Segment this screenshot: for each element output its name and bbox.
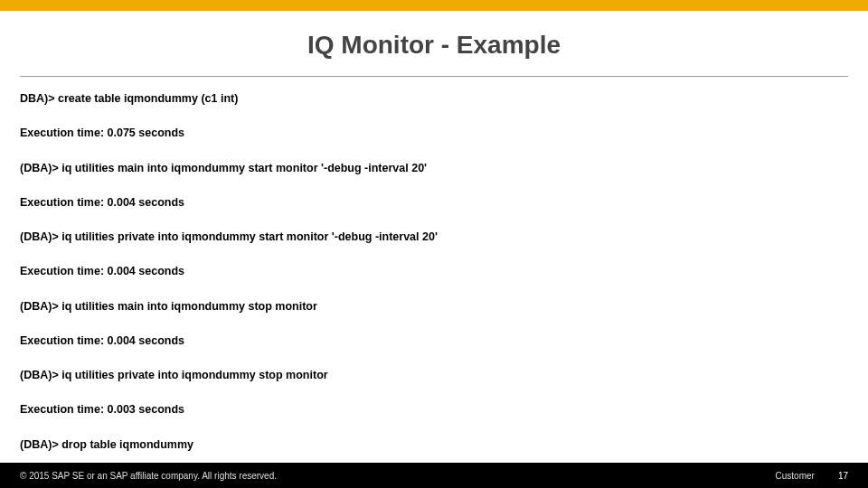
page-title: IQ Monitor - Example — [36, 31, 832, 60]
code-line: (DBA)> iq utilities private into iqmondu… — [20, 368, 848, 382]
code-line: (DBA)> drop table iqmondummy — [20, 437, 848, 452]
code-line: DBA)> create table iqmondummy (c1 int) — [20, 91, 848, 106]
page-number: 17 — [838, 471, 848, 481]
code-line: Execution time: 0.004 seconds — [20, 333, 848, 348]
footer-copyright: © 2015 SAP SE or an SAP affiliate compan… — [20, 471, 277, 481]
body-content: DBA)> create table iqmondummy (c1 int) E… — [0, 77, 868, 463]
code-line: (DBA)> iq utilities main into iqmondummy… — [20, 299, 848, 314]
footer: © 2015 SAP SE or an SAP affiliate compan… — [0, 463, 868, 488]
accent-bar — [0, 0, 868, 11]
title-area: IQ Monitor - Example — [0, 11, 868, 69]
code-line: Execution time: 0.004 seconds — [20, 195, 848, 210]
slide: IQ Monitor - Example DBA)> create table … — [0, 0, 868, 488]
footer-right: Customer 17 — [776, 471, 848, 481]
code-line: Execution time: 0.075 seconds — [20, 126, 848, 140]
code-line: Execution time: 0.003 seconds — [20, 402, 848, 417]
code-line: (DBA)> iq utilities private into iqmondu… — [20, 230, 848, 244]
footer-audience: Customer — [776, 471, 815, 481]
code-line: Execution time: 0.004 seconds — [20, 264, 848, 278]
code-line: (DBA)> iq utilities main into iqmondummy… — [20, 161, 848, 175]
